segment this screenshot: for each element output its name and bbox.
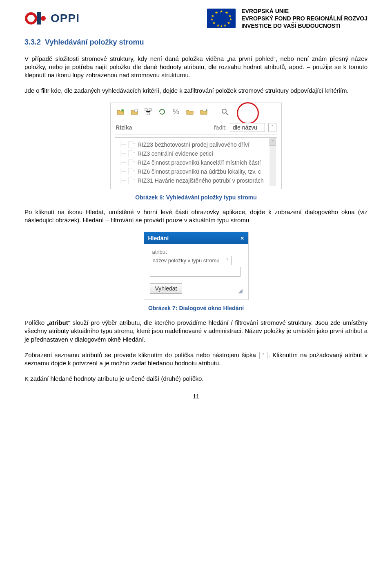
paragraph-3: Po kliknutí na ikonu Hledat, umístěné v … [24,208,368,225]
folder-new-icon[interactable] [116,108,125,116]
oppi-mark-icon [24,10,47,27]
highlight-circle [237,102,259,124]
percent-icon[interactable]: % [172,108,180,116]
svg-rect-7 [147,113,149,115]
oppi-text: OPPI [51,12,80,25]
folder-open-icon[interactable] [186,108,194,116]
figure6-toolbar: % + [115,107,277,122]
svg-text:+: + [205,108,208,112]
figure-7: Hledání × atribut název položky v typu s… [24,232,368,311]
paragraph-1: V případě složitosti stromové struktury,… [24,55,368,80]
figure6-panel: % + Rizika řadit: dle názvu ˅ [110,103,282,189]
tree-item[interactable]: ├─ RIZ6 činnost pracovníků na údržbu lok… [119,167,275,176]
paragraph-6: K zadání hledané hodnoty atributu je urč… [24,375,368,383]
svg-point-3 [121,109,124,112]
svg-rect-4 [135,109,137,112]
figure6-panel-title: Rizika [116,124,132,131]
svg-line-10 [226,113,228,115]
page-header: OPPI ★ ★ ★ ★ ★ ★ ★ ★ ★ ★ ★ ★ EVROPSKÁ UN… [24,7,368,30]
svg-point-0 [26,13,36,23]
svg-rect-1 [37,12,41,25]
tree-icon[interactable] [144,108,152,116]
scroll-up-arrow-icon[interactable]: ˄ [270,139,276,146]
document-icon [129,141,135,148]
section-heading: 3.3.2 Vyhledávání položky stromu [24,38,368,47]
eu-block: ★ ★ ★ ★ ★ ★ ★ ★ ★ ★ ★ ★ EVROPSKÁ UNIE EV… [207,7,368,30]
sort-label: řadit: [214,124,227,131]
paragraph-2: Jde o filtr kde, dle zadaných vyhledávac… [24,87,368,95]
refresh-icon[interactable] [158,108,166,116]
svg-point-9 [222,109,226,113]
document-icon [129,168,135,175]
tree-item[interactable]: ├─ RIZ23 bezhotovostní prodej palivového… [119,140,275,149]
svg-rect-5 [145,109,147,111]
folder-doc-icon[interactable] [130,108,138,116]
sort-select[interactable]: dle názvu [230,123,265,132]
eu-text: EVROPSKÁ UNIE EVROPSKÝ FOND PRO REGIONÁL… [241,7,368,30]
tree-item[interactable]: ├─ RIZ31 Havárie nezajištěného potrubí v… [119,176,275,185]
paragraph-5: Zobrazení seznamu atributů se provede kl… [24,351,368,368]
dropdown-chip-icon: ˅ [259,352,267,359]
attribute-select[interactable]: název položky v typu stromu ˅ [150,256,232,265]
figure6-tree: ├─ RIZ23 bezhotovostní prodej palivového… [115,137,277,187]
document-icon [129,159,135,166]
svg-point-2 [41,16,46,21]
sort-dropdown-handle[interactable]: ˅ [268,123,276,132]
figure7-caption: Obrázek 7: Dialogové okno Hledání [148,305,244,311]
document-icon [129,150,135,157]
page-number: 11 [24,393,368,400]
chevron-down-icon[interactable]: ˅ [226,258,229,264]
figure7-title: Hledání [148,235,169,241]
svg-rect-6 [149,109,151,111]
tree-scrollbar[interactable]: ˄ [270,139,276,186]
eu-flag-icon: ★ ★ ★ ★ ★ ★ ★ ★ ★ ★ ★ ★ [207,9,236,28]
figure-6: % + Rizika řadit: dle názvu ˅ [24,103,368,201]
search-value-input[interactable] [150,267,241,277]
figure7-body: atribut název položky v typu stromu ˅ Vy… [144,244,248,300]
search-button[interactable]: Vyhledat [150,283,183,294]
tree-item[interactable]: ├─ RIZ3 centrální evidence peticí [119,149,275,158]
close-icon[interactable]: × [241,235,244,241]
paragraph-4: Políčko „atribut“ slouží pro výběr atrib… [24,319,368,344]
oppi-logo: OPPI [24,10,80,27]
figure6-caption: Obrázek 6: Vyhledávání položky typu stro… [135,194,256,201]
document-icon [129,177,135,184]
figure7-titlebar: Hledání × [144,232,248,244]
attribute-label: atribut [150,249,243,255]
search-icon[interactable] [221,108,229,116]
resize-handle-icon[interactable]: ◢ [238,287,243,294]
folder-plus-icon[interactable]: + [200,108,208,116]
figure7-dialog: Hledání × atribut název položky v typu s… [144,232,249,300]
tree-item[interactable]: ├─ RIZ4 činnost pracovníků kanceláří mís… [119,158,275,167]
figure6-sort-row: Rizika řadit: dle názvu ˅ [115,122,277,135]
